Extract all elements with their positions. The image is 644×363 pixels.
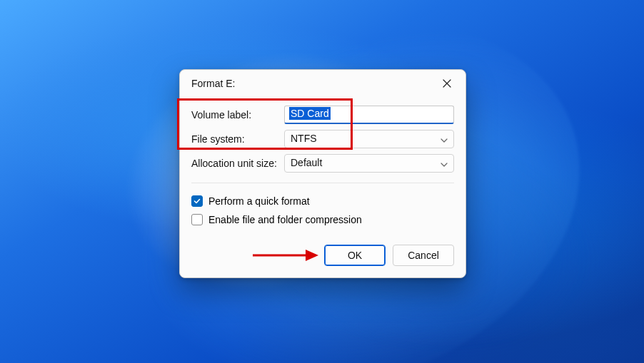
volume-label-value: SD Card — [289, 107, 331, 120]
allocation-select[interactable]: Default — [284, 154, 454, 173]
file-system-select[interactable]: NTFS — [284, 130, 454, 148]
volume-label-row: Volume label: SD Card — [191, 103, 454, 127]
chevron-down-icon — [441, 158, 448, 169]
separator — [191, 183, 454, 183]
svg-marker-1 — [306, 250, 318, 261]
quick-format-label: Perform a quick format — [208, 195, 310, 207]
arrow-annotation — [250, 246, 321, 265]
check-icon — [193, 198, 201, 205]
file-system-row: File system: NTFS — [191, 127, 454, 151]
chevron-down-icon — [441, 133, 448, 145]
allocation-label: Allocation unit size: — [191, 158, 284, 169]
quick-format-row[interactable]: Perform a quick format — [191, 192, 454, 210]
volume-label-text: Volume label: — [191, 109, 284, 121]
cancel-button[interactable]: Cancel — [393, 245, 454, 266]
file-system-value: NTFS — [291, 133, 317, 144]
close-button[interactable] — [437, 73, 457, 93]
format-dialog: Format E: Volume label: SD Card File sys… — [179, 69, 466, 278]
dialog-footer: OK Cancel — [180, 232, 466, 277]
compression-row[interactable]: Enable file and folder compression — [191, 210, 454, 229]
file-system-label: File system: — [191, 133, 284, 145]
allocation-row: Allocation unit size: Default — [191, 151, 454, 175]
volume-label-input[interactable]: SD Card — [284, 106, 454, 124]
compression-checkbox[interactable] — [191, 214, 203, 225]
compression-label: Enable file and folder compression — [208, 214, 362, 225]
allocation-value: Default — [291, 157, 322, 168]
dialog-title: Format E: — [191, 78, 235, 89]
close-icon — [443, 79, 451, 88]
ok-button[interactable]: OK — [324, 245, 386, 266]
dialog-body: Volume label: SD Card File system: NTFS … — [180, 97, 466, 232]
titlebar: Format E: — [180, 70, 466, 97]
quick-format-checkbox[interactable] — [191, 195, 203, 207]
